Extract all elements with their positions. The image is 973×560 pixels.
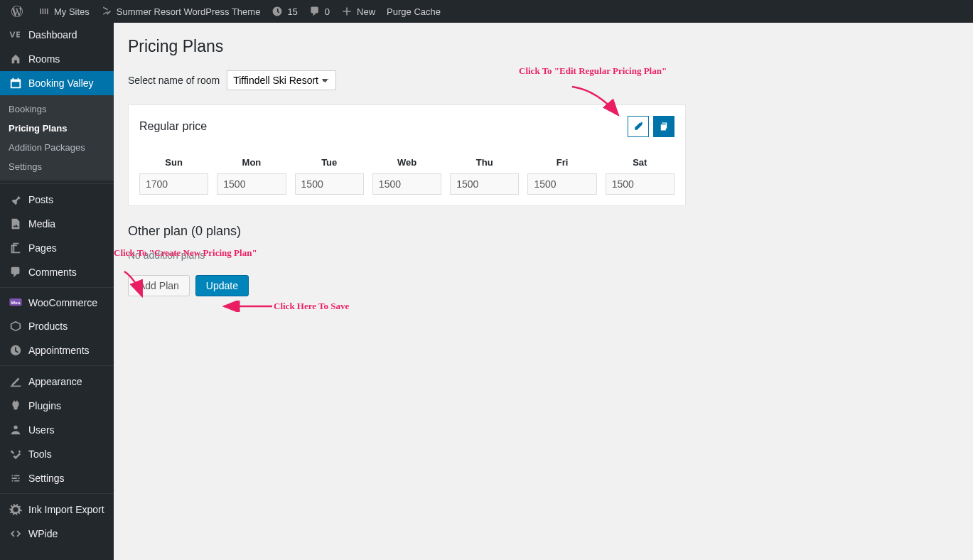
menu-pages[interactable]: Pages <box>0 236 114 260</box>
comment-icon <box>9 266 23 279</box>
submenu-pricing-plans[interactable]: Pricing Plans <box>0 119 114 138</box>
menu-media[interactable]: Media <box>0 212 114 236</box>
annotation-edit-regular: Click To "Edit Regular Pricing Plan" <box>519 65 667 77</box>
menu-comments[interactable]: Comments <box>0 260 114 284</box>
room-select-label: Select name of room <box>128 75 220 86</box>
price-input-sat[interactable] <box>606 173 674 195</box>
menu-label: Users <box>28 424 55 436</box>
comments[interactable]: 0 <box>303 0 335 23</box>
admin-bar: My Sites Summer Resort WordPress Theme 1… <box>0 0 973 23</box>
menu-label: Plugins <box>28 400 61 411</box>
price-input-web[interactable] <box>372 173 441 195</box>
menu-label: Appointments <box>28 345 90 356</box>
menu-posts[interactable]: Posts <box>0 188 114 212</box>
plugin-icon <box>9 399 23 412</box>
menu-label: Pages <box>28 242 57 254</box>
my-sites[interactable]: My Sites <box>33 0 95 23</box>
menu-label: Media <box>28 218 55 230</box>
home-icon <box>38 6 50 17</box>
copy-regular-price-button[interactable] <box>653 116 674 137</box>
code-icon <box>9 527 23 540</box>
day-header-web: Web <box>372 151 441 173</box>
menu-label: WPide <box>28 528 58 539</box>
price-table: Sun Mon Tue Web Thu Fri Sat <box>139 151 674 195</box>
menu-users[interactable]: Users <box>0 418 114 442</box>
tools-icon <box>9 448 23 461</box>
menu-settings[interactable]: Settings <box>0 466 114 490</box>
annotation-save: Click Here To Save <box>274 301 349 312</box>
dashboard-icon <box>9 28 23 41</box>
menu-label: Posts <box>28 194 53 205</box>
day-header-sat: Sat <box>606 151 674 173</box>
svg-text:Woo: Woo <box>11 301 21 305</box>
annotation-create-new: Click To "Create New Pricing Plan" <box>114 247 257 259</box>
menu-label: Products <box>28 321 68 332</box>
site-icon <box>101 6 112 17</box>
comment-icon <box>309 6 321 17</box>
gear-icon <box>9 503 23 516</box>
product-icon <box>9 320 23 333</box>
copy-icon <box>659 122 669 131</box>
updates[interactable]: 15 <box>266 0 303 23</box>
menu-rooms[interactable]: Rooms <box>0 47 114 71</box>
submenu-addition-packages[interactable]: Addition Packages <box>0 138 114 157</box>
plus-icon <box>341 6 353 17</box>
menu-wpide[interactable]: WPide <box>0 522 114 546</box>
menu-label: Rooms <box>28 53 60 65</box>
price-input-mon[interactable] <box>217 173 286 195</box>
menu-dashboard[interactable]: Dashboard <box>0 23 114 47</box>
day-header-mon: Mon <box>217 151 286 173</box>
wp-logo[interactable] <box>6 0 33 23</box>
appointment-icon <box>9 344 23 357</box>
arrow-edit-regular <box>569 83 640 126</box>
admin-sidebar: Dashboard Rooms Booking Valley Bookings … <box>0 23 114 560</box>
new-label: New <box>357 6 375 17</box>
settings-icon <box>9 472 23 485</box>
arrow-create-new <box>121 268 156 303</box>
update-button[interactable]: Update <box>195 275 249 296</box>
day-header-sun: Sun <box>139 151 208 173</box>
calendar-icon <box>9 77 23 90</box>
menu-separator <box>0 181 114 184</box>
menu-booking-valley[interactable]: Booking Valley <box>0 71 114 95</box>
submenu-bookings[interactable]: Bookings <box>0 99 114 119</box>
submenu-settings[interactable]: Settings <box>0 157 114 176</box>
regular-price-title: Regular price <box>139 120 207 133</box>
brush-icon <box>9 375 23 388</box>
page-title: Pricing Plans <box>128 37 959 56</box>
media-icon <box>9 217 23 230</box>
home-icon <box>9 53 23 65</box>
update-icon <box>272 6 283 17</box>
price-input-sun[interactable] <box>139 173 208 195</box>
price-input-tue[interactable] <box>295 173 364 195</box>
menu-tools[interactable]: Tools <box>0 442 114 466</box>
site-name[interactable]: Summer Resort WordPress Theme <box>95 0 267 23</box>
menu-ink-import-export[interactable]: Ink Import Export <box>0 497 114 522</box>
menu-appearance[interactable]: Appearance <box>0 370 114 394</box>
menu-label: Appearance <box>28 376 82 387</box>
day-header-tue: Tue <box>295 151 364 173</box>
menu-separator <box>0 362 114 366</box>
menu-label: WooCommerce <box>28 297 97 308</box>
submenu-booking-valley: Bookings Pricing Plans Addition Packages… <box>0 95 114 181</box>
other-plan-title: Other plan (0 plans) <box>128 224 959 239</box>
purge-cache[interactable]: Purge Cache <box>381 0 446 23</box>
menu-woocommerce[interactable]: Woo WooCommerce <box>0 291 114 314</box>
menu-label: Dashboard <box>28 29 77 41</box>
arrow-save <box>220 301 274 312</box>
pin-icon <box>9 193 23 206</box>
new-content[interactable]: New <box>335 0 381 23</box>
main-content: Pricing Plans Select name of room Tiffin… <box>114 23 973 560</box>
price-input-fri[interactable] <box>527 173 596 195</box>
purge-label: Purge Cache <box>387 6 441 17</box>
page-icon <box>9 242 23 254</box>
menu-products[interactable]: Products <box>0 314 114 338</box>
day-header-thu: Thu <box>450 151 519 173</box>
menu-plugins[interactable]: Plugins <box>0 394 114 418</box>
price-input-thu[interactable] <box>450 173 519 195</box>
menu-label: Settings <box>28 473 65 484</box>
wordpress-icon <box>11 6 23 17</box>
room-select[interactable]: Tiffindell Ski Resort <box>227 70 336 90</box>
site-name-label: Summer Resort WordPress Theme <box>117 6 261 17</box>
menu-appointments[interactable]: Appointments <box>0 338 114 362</box>
